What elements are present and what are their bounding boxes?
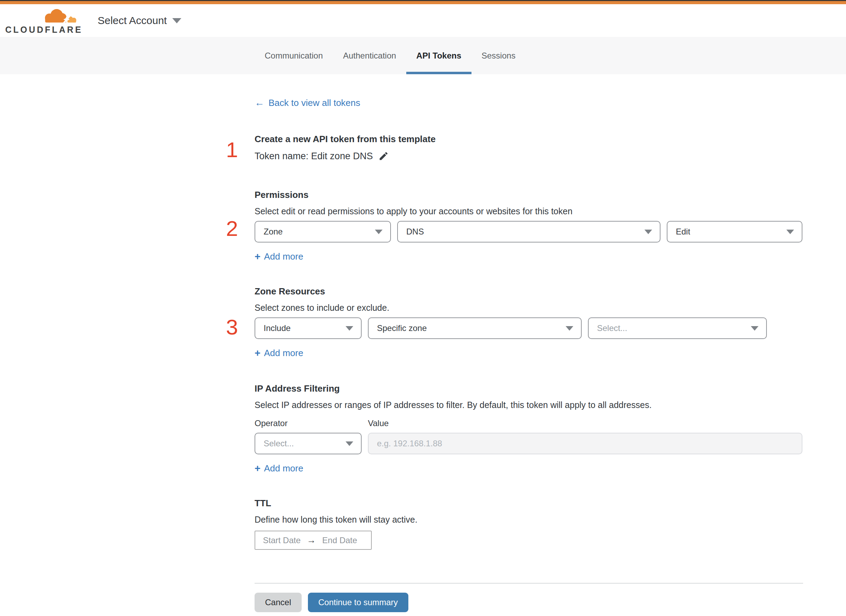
permission-scope-select[interactable]: Zone <box>255 221 391 242</box>
zone-resources-add-more-link[interactable]: + Add more <box>255 348 303 358</box>
permission-resource-value: DNS <box>406 227 424 236</box>
tab-authentication[interactable]: Authentication <box>333 37 406 74</box>
right-arrow-icon: → <box>307 535 316 546</box>
ip-filtering-description: Select IP addresses or ranges of IP addr… <box>255 400 803 410</box>
permissions-title: Permissions <box>255 190 803 199</box>
section-permissions: 2 Permissions Select edit or read permis… <box>255 190 803 261</box>
start-date-label: Start Date <box>263 535 301 545</box>
chevron-down-icon <box>644 230 652 234</box>
permissions-description: Select edit or read permissions to apply… <box>255 207 803 216</box>
ip-operator-select[interactable]: Select... <box>255 433 362 454</box>
plus-icon: + <box>255 252 260 261</box>
section-token-name: 1 Create a new API token from this templ… <box>255 134 803 161</box>
zone-operator-select[interactable]: Include <box>255 317 362 339</box>
zone-resources-title: Zone Resources <box>255 286 803 296</box>
ttl-description: Define how long this token will stay act… <box>255 515 803 524</box>
ip-filtering-labels: Operator Value <box>255 419 803 428</box>
date-range-picker[interactable]: Start Date → End Date <box>255 531 372 550</box>
cloudflare-cloud-icon <box>41 7 78 24</box>
brand-orange-bar <box>0 1 846 4</box>
step-number-3: 3 <box>226 316 246 338</box>
zone-type-select[interactable]: Specific zone <box>368 317 582 339</box>
back-link-label: Back to view all tokens <box>269 98 360 108</box>
token-name-text: Token name: Edit zone DNS <box>255 151 373 161</box>
tab-label: Sessions <box>481 51 515 61</box>
tab-api-tokens[interactable]: API Tokens <box>406 37 471 74</box>
create-title: Create a new API token from this templat… <box>255 134 803 144</box>
section-zone-resources: 3 Zone Resources Select zones to include… <box>255 286 803 358</box>
cloudflare-logo-text: CLOUDFLARE <box>5 25 82 35</box>
edit-pencil-icon[interactable] <box>378 151 389 161</box>
plus-icon: + <box>255 463 260 473</box>
chevron-down-icon <box>786 230 794 234</box>
footer-actions: Cancel Continue to summary <box>255 593 803 616</box>
section-ttl: TTL Define how long this token will stay… <box>255 498 803 550</box>
zone-operator-value: Include <box>263 323 290 333</box>
continue-to-summary-button[interactable]: Continue to summary <box>308 593 408 612</box>
ip-value-input <box>368 433 802 454</box>
chevron-down-icon <box>566 326 573 331</box>
ip-filtering-title: IP Address Filtering <box>255 384 803 393</box>
add-more-label: Add more <box>264 463 303 473</box>
app-header: CLOUDFLARE Select Account <box>0 4 846 37</box>
add-more-label: Add more <box>264 252 303 261</box>
tab-bar: Communication Authentication API Tokens … <box>0 37 846 74</box>
permissions-row: Zone DNS Edit <box>255 221 803 242</box>
tab-label: Communication <box>265 51 323 61</box>
ip-operator-placeholder: Select... <box>263 439 294 449</box>
tab-communication[interactable]: Communication <box>255 37 333 74</box>
chevron-down-icon <box>346 441 353 446</box>
ip-filtering-row: Select... <box>255 433 803 454</box>
left-arrow-icon: ← <box>255 98 264 108</box>
chevron-down-icon <box>751 326 758 331</box>
permission-access-select[interactable]: Edit <box>667 221 802 242</box>
zone-picker-select[interactable]: Select... <box>588 317 767 339</box>
tab-sessions[interactable]: Sessions <box>471 37 525 74</box>
cloudflare-logo[interactable]: CLOUDFLARE <box>10 7 78 35</box>
operator-label: Operator <box>255 419 368 428</box>
ip-filtering-add-more-link[interactable]: + Add more <box>255 463 303 473</box>
zone-resources-description: Select zones to include or exclude. <box>255 303 803 312</box>
zone-resources-row: Include Specific zone Select... <box>255 317 803 339</box>
permission-scope-value: Zone <box>263 227 283 236</box>
back-link[interactable]: ← Back to view all tokens <box>255 98 360 108</box>
permission-resource-select[interactable]: DNS <box>397 221 661 242</box>
plus-icon: + <box>255 348 260 358</box>
account-selector[interactable]: Select Account <box>98 15 181 26</box>
main-content: ← Back to view all tokens 1 Create a new… <box>255 74 803 616</box>
zone-picker-placeholder: Select... <box>597 323 627 333</box>
chevron-down-icon <box>172 18 181 23</box>
section-ip-filtering: IP Address Filtering Select IP addresses… <box>255 384 803 473</box>
tab-label: API Tokens <box>416 51 461 61</box>
account-selector-label: Select Account <box>98 15 167 26</box>
ttl-title: TTL <box>255 498 803 508</box>
permissions-add-more-link[interactable]: + Add more <box>255 252 303 261</box>
token-name-row: Token name: Edit zone DNS <box>255 151 803 161</box>
cancel-button[interactable]: Cancel <box>255 593 302 612</box>
end-date-label: End Date <box>322 535 357 545</box>
step-number-2: 2 <box>226 218 246 239</box>
step-number-1: 1 <box>226 139 246 161</box>
zone-type-value: Specific zone <box>377 323 427 333</box>
divider <box>255 583 803 584</box>
value-label: Value <box>368 419 389 428</box>
add-more-label: Add more <box>264 348 303 358</box>
tab-label: Authentication <box>343 51 396 61</box>
chevron-down-icon <box>375 230 383 234</box>
permission-access-value: Edit <box>676 227 690 236</box>
chevron-down-icon <box>346 326 353 331</box>
